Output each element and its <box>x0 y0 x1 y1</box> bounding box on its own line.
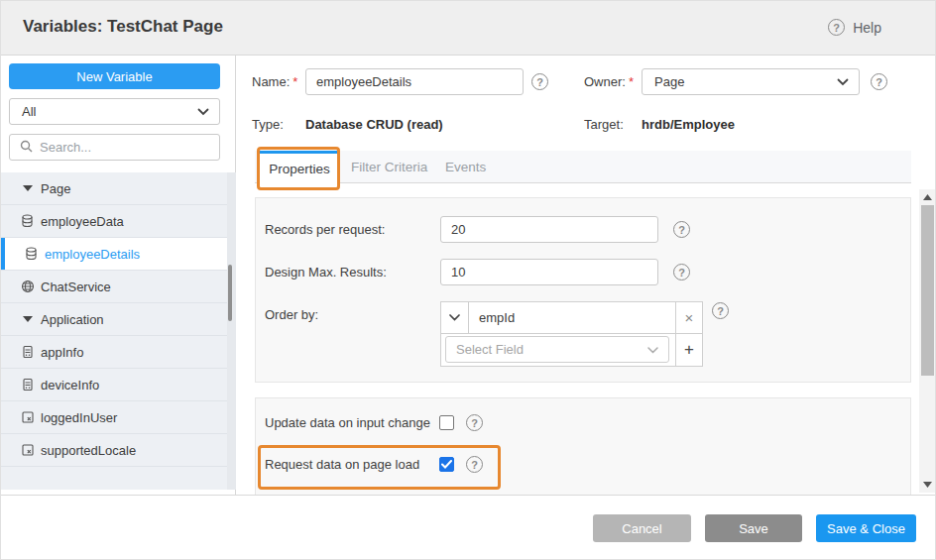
variable-filter-select[interactable]: All <box>9 98 220 125</box>
remove-order-field-button[interactable]: × <box>675 302 702 333</box>
page-title: Variables: TestChat Page <box>23 17 223 37</box>
sidebar-item-appinfo[interactable]: appInfo <box>1 336 227 369</box>
order-by-label: Order by: <box>265 301 318 328</box>
sidebar-item-employeedata[interactable]: employeeData <box>1 205 227 238</box>
select-field-placeholder: Select Field <box>456 342 647 357</box>
records-per-request-input[interactable] <box>440 216 658 243</box>
scrollbar-thumb[interactable] <box>921 205 934 376</box>
owner-select[interactable]: Page <box>642 68 860 95</box>
variables-list: Page employeeData employeeDetails ChatSe… <box>1 172 236 490</box>
select-field-dropdown[interactable]: Select Field <box>445 336 669 363</box>
sidebar-item-label: Application <box>41 312 104 327</box>
help-button[interactable]: ? Help <box>828 19 881 36</box>
records-per-request-label: Records per request: <box>265 216 385 243</box>
owner-selected-value: Page <box>654 74 837 89</box>
sidebar-item-label: employeeDetails <box>45 247 140 262</box>
type-label: Type: <box>252 111 284 138</box>
type-value: Database CRUD (read) <box>305 111 443 138</box>
required-asterisk: * <box>292 74 297 89</box>
tab-properties[interactable]: Properties <box>259 151 340 183</box>
scroll-down-arrow[interactable] <box>919 478 936 492</box>
update-on-input-label: Update data on input change <box>265 409 430 436</box>
request-on-load-help-icon[interactable]: ? <box>466 456 483 473</box>
content-scrollbar[interactable] <box>919 189 936 493</box>
sidebar-scrollbar-thumb[interactable] <box>228 265 232 321</box>
sidebar-item-loggedinuser[interactable]: loggedInUser <box>1 401 227 434</box>
variables-dialog: Variables: TestChat Page ? Help New Vari… <box>0 0 936 560</box>
request-on-load-label: Request data on page load <box>265 451 419 478</box>
database-icon <box>21 214 35 228</box>
order-by-widget: empId × Select Field + <box>440 301 703 367</box>
sidebar-item-deviceinfo[interactable]: deviceInfo <box>1 369 227 401</box>
update-on-input-help-icon[interactable]: ? <box>466 414 483 431</box>
design-max-results-label: Design Max. Results: <box>265 259 387 285</box>
variable-icon <box>21 443 35 457</box>
sidebar-item-label: loggedInUser <box>41 410 117 425</box>
help-icon: ? <box>828 19 845 36</box>
owner-help-icon[interactable]: ? <box>871 73 887 90</box>
chevron-down-icon <box>449 314 460 321</box>
order-by-field-value[interactable]: empId <box>469 302 675 333</box>
order-by-help-icon[interactable]: ? <box>712 302 729 319</box>
sidebar-group-application[interactable]: Application <box>1 303 227 336</box>
sidebar-item-label: ChatService <box>41 280 111 294</box>
tab-events[interactable]: Events <box>445 151 486 183</box>
target-value: hrdb/Employee <box>642 111 735 138</box>
required-asterisk: * <box>629 74 634 89</box>
chevron-down-icon <box>197 104 209 119</box>
records-help-icon[interactable]: ? <box>673 221 690 238</box>
filter-selected-value: All <box>22 104 197 119</box>
sidebar-item-supportedlocale[interactable]: supportedLocale <box>1 434 227 467</box>
sidebar-item-chatservice[interactable]: ChatService <box>1 271 227 303</box>
chevron-down-icon <box>647 342 658 357</box>
sidebar-item-label: Page <box>41 181 70 196</box>
name-input[interactable] <box>305 68 524 95</box>
save-button[interactable]: Save <box>705 514 802 542</box>
new-variable-button[interactable]: New Variable <box>9 63 220 89</box>
variable-search[interactable] <box>9 134 220 161</box>
search-icon <box>20 139 33 157</box>
expander-triangle-icon[interactable] <box>23 316 33 322</box>
cancel-button[interactable]: Cancel <box>593 514 691 542</box>
device-icon <box>21 345 35 359</box>
name-help-icon[interactable]: ? <box>531 73 548 90</box>
globe-icon <box>21 280 35 293</box>
properties-group: Records per request: ? Design Max. Resul… <box>255 197 911 383</box>
add-order-field-button[interactable]: + <box>675 334 702 366</box>
database-icon <box>25 247 39 261</box>
variable-detail-panel: Name:* ? Owner:* Page ? Type: Database C… <box>237 56 936 495</box>
sidebar-item-label: deviceInfo <box>41 378 99 392</box>
sidebar-item-label: employeeData <box>41 214 124 229</box>
sidebar-item-label: supportedLocale <box>41 443 136 458</box>
sidebar-group-page[interactable]: Page <box>1 172 227 205</box>
behavior-group: Update data on input change ? Request da… <box>255 397 911 495</box>
sidebar-item-employeedetails[interactable]: employeeDetails <box>1 238 227 271</box>
design-max-results-input[interactable] <box>440 259 658 285</box>
update-on-input-checkbox[interactable] <box>439 415 454 430</box>
search-input[interactable] <box>40 140 211 155</box>
dialog-footer: Cancel Save Save & Close <box>1 495 936 560</box>
help-label: Help <box>853 20 881 36</box>
chevron-down-icon <box>837 74 849 89</box>
owner-label: Owner:* <box>584 68 634 95</box>
checkmark-icon <box>441 460 452 469</box>
scroll-up-arrow[interactable] <box>919 190 936 204</box>
tab-filter-criteria[interactable]: Filter Criteria <box>351 151 427 183</box>
expander-triangle-icon[interactable] <box>23 185 33 191</box>
max-results-help-icon[interactable]: ? <box>673 264 690 280</box>
name-label: Name:* <box>252 68 297 95</box>
sidebar-scrollbar-track[interactable] <box>227 172 236 490</box>
target-label: Target: <box>584 111 624 138</box>
sidebar-item-label: appInfo <box>41 345 83 360</box>
variable-icon <box>21 410 35 424</box>
tab-bar: Properties Filter Criteria Events <box>255 151 911 183</box>
variables-sidebar: New Variable All Page employeeData <box>1 56 236 495</box>
device-icon <box>21 378 35 392</box>
save-and-close-button[interactable]: Save & Close <box>816 514 916 542</box>
dialog-header: Variables: TestChat Page ? Help <box>1 1 936 56</box>
order-direction-toggle[interactable] <box>441 302 469 333</box>
request-on-load-checkbox[interactable] <box>439 457 454 472</box>
